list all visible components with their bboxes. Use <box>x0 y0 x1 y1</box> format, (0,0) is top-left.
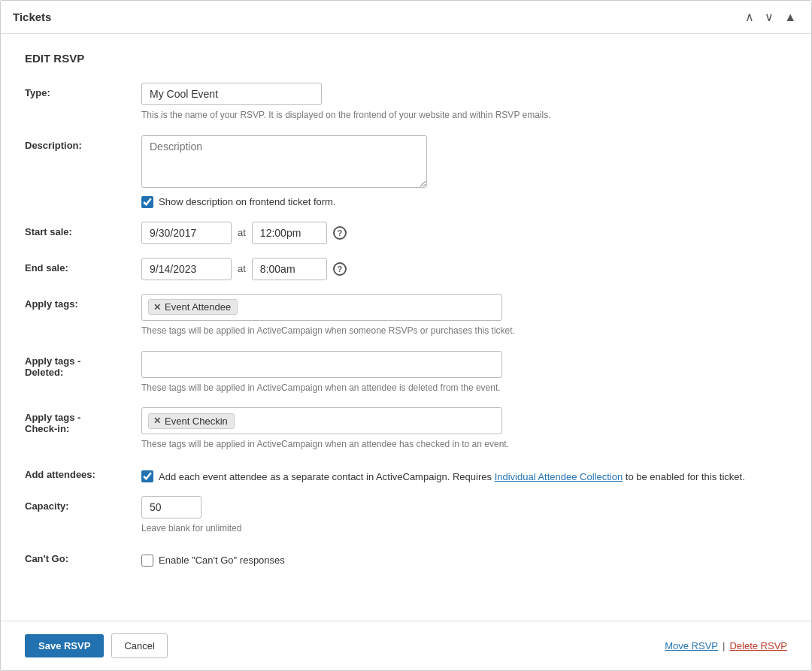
apply-tags-checkin-row: Apply tags -Check-in: ✕ Event Checkin Th… <box>25 407 787 451</box>
footer-right: Move RSVP | Delete RSVP <box>665 640 787 651</box>
add-attendees-row: Add attendees: Add each event attendee a… <box>25 464 787 482</box>
apply-tags-checkin-label: Apply tags -Check-in: <box>25 407 141 434</box>
start-sale-label: Start sale: <box>25 222 141 237</box>
capacity-label: Capacity: <box>25 496 141 512</box>
start-time-input[interactable] <box>252 222 327 244</box>
end-at-label: at <box>238 263 246 274</box>
start-sale-help-icon[interactable]: ? <box>333 226 347 240</box>
cant-go-checkbox[interactable] <box>141 555 153 567</box>
type-hint: This is the name of your RSVP. It is dis… <box>141 109 787 122</box>
tag-label-event-attendee: Event Attendee <box>165 301 231 313</box>
type-content: This is the name of your RSVP. It is dis… <box>141 83 787 122</box>
apply-tags-checkin-hint: These tags will be applied in ActiveCamp… <box>141 438 787 451</box>
tickets-panel: Tickets ∧ ∨ ▲ EDIT RSVP Type: This is th… <box>0 0 812 671</box>
cant-go-row: Can't Go: Enable "Can't Go" responses <box>25 549 787 567</box>
type-row: Type: This is the name of your RSVP. It … <box>25 83 787 122</box>
individual-attendee-collection-link[interactable]: Individual Attendee Collection <box>495 471 623 482</box>
scroll-down-button[interactable]: ∨ <box>762 8 777 26</box>
description-label: Description: <box>25 135 141 151</box>
apply-tags-checkin-container[interactable]: ✕ Event Checkin <box>141 407 502 434</box>
start-sale-datetime: at ? <box>141 222 787 244</box>
description-content: Show description on frontend ticket form… <box>141 135 787 208</box>
panel-body: EDIT RSVP Type: This is the name of your… <box>1 34 811 621</box>
end-sale-content: at ? <box>141 258 787 280</box>
end-date-input[interactable] <box>141 258 232 280</box>
capacity-row: Capacity: Leave blank for unlimited <box>25 496 787 535</box>
apply-tags-label: Apply tags: <box>25 294 141 310</box>
apply-tags-deleted-container[interactable] <box>141 351 502 378</box>
collapse-button[interactable]: ▲ <box>781 8 799 26</box>
tag-remove-event-checkin[interactable]: ✕ <box>153 416 161 426</box>
apply-tags-checkin-content: ✕ Event Checkin These tags will be appli… <box>141 407 787 451</box>
footer-separator: | <box>723 640 725 651</box>
panel-header: Tickets ∧ ∨ ▲ <box>1 1 811 34</box>
start-date-input[interactable] <box>141 222 232 244</box>
section-title: EDIT RSVP <box>25 52 787 65</box>
end-sale-row: End sale: at ? <box>25 258 787 280</box>
start-sale-content: at ? <box>141 222 787 244</box>
cant-go-checkbox-label: Enable "Can't Go" responses <box>159 555 285 566</box>
apply-tags-content: ✕ Event Attendee These tags will be appl… <box>141 294 787 337</box>
cant-go-content: Enable "Can't Go" responses <box>141 549 787 567</box>
description-row: Description: Show description on fronten… <box>25 135 787 208</box>
capacity-hint: Leave blank for unlimited <box>141 522 787 535</box>
cant-go-checkbox-row: Enable "Can't Go" responses <box>141 555 787 567</box>
end-sale-datetime: at ? <box>141 258 787 280</box>
add-attendees-checkbox[interactable] <box>141 470 153 482</box>
description-textarea[interactable] <box>141 135 427 188</box>
end-sale-help-icon[interactable]: ? <box>333 262 347 276</box>
add-attendees-label: Add attendees: <box>25 464 141 480</box>
cancel-button[interactable]: Cancel <box>111 633 167 658</box>
cant-go-label: Can't Go: <box>25 549 141 564</box>
add-attendees-text-after: to be enabled for this ticket. <box>623 471 745 482</box>
apply-tags-deleted-content: These tags will be applied in ActiveCamp… <box>141 351 787 394</box>
panel-title: Tickets <box>13 11 51 23</box>
panel-controls: ∧ ∨ ▲ <box>742 8 799 26</box>
tag-pill-event-checkin: ✕ Event Checkin <box>148 413 235 429</box>
panel-footer: Save RSVP Cancel Move RSVP | Delete RSVP <box>1 621 811 670</box>
add-attendees-content: Add each event attendee as a separate co… <box>141 464 787 482</box>
scroll-up-button[interactable]: ∧ <box>742 8 757 26</box>
start-sale-row: Start sale: at ? <box>25 222 787 244</box>
show-description-checkbox[interactable] <box>141 196 153 208</box>
show-description-label: Show description on frontend ticket form… <box>159 196 336 207</box>
capacity-content: Leave blank for unlimited <box>141 496 787 535</box>
show-desc-checkbox-row: Show description on frontend ticket form… <box>141 196 787 208</box>
apply-tags-hint: These tags will be applied in ActiveCamp… <box>141 325 787 337</box>
delete-rsvp-link[interactable]: Delete RSVP <box>729 640 787 651</box>
end-sale-label: End sale: <box>25 258 141 274</box>
apply-tags-row: Apply tags: ✕ Event Attendee These tags … <box>25 294 787 337</box>
tag-remove-event-attendee[interactable]: ✕ <box>153 302 161 313</box>
save-rsvp-button[interactable]: Save RSVP <box>25 634 104 657</box>
apply-tags-deleted-row: Apply tags -Deleted: These tags will be … <box>25 351 787 394</box>
end-time-input[interactable] <box>252 258 327 280</box>
footer-left: Save RSVP Cancel <box>25 633 168 658</box>
add-attendees-text: Add each event attendee as a separate co… <box>159 471 745 482</box>
type-input[interactable] <box>141 83 322 105</box>
tag-pill-event-attendee: ✕ Event Attendee <box>148 299 238 315</box>
add-attendees-checkbox-row: Add each event attendee as a separate co… <box>141 470 787 482</box>
apply-tags-deleted-hint: These tags will be applied in ActiveCamp… <box>141 382 787 394</box>
add-attendees-text-before: Add each event attendee as a separate co… <box>159 471 495 482</box>
start-at-label: at <box>238 227 246 238</box>
apply-tags-container[interactable]: ✕ Event Attendee <box>141 294 502 321</box>
capacity-input[interactable] <box>141 496 201 518</box>
type-label: Type: <box>25 83 141 98</box>
tag-label-event-checkin: Event Checkin <box>165 416 228 427</box>
move-rsvp-link[interactable]: Move RSVP <box>665 640 718 651</box>
apply-tags-deleted-label: Apply tags -Deleted: <box>25 351 141 378</box>
